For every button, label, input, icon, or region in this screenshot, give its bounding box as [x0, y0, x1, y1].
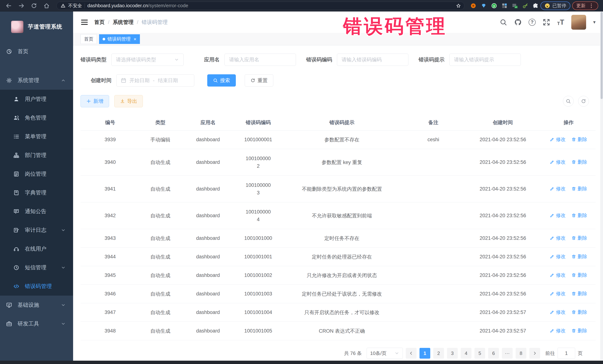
sidebar-item-1[interactable]: 系统管理 — [0, 71, 73, 90]
edit-link[interactable]: 修改 — [550, 235, 566, 241]
sidebar-item-12[interactable]: 错误码管理 — [0, 277, 73, 296]
delete-link[interactable]: 删除 — [571, 253, 587, 260]
sidebar-item-14[interactable]: 研发工具 — [0, 314, 73, 333]
search-icon[interactable] — [500, 19, 507, 26]
forward-icon[interactable] — [18, 3, 24, 9]
sidebar-item-5[interactable]: 部门管理 — [0, 146, 73, 165]
edit-link[interactable]: 修改 — [550, 272, 566, 278]
delete-link[interactable]: 删除 — [571, 290, 587, 297]
orange-extension-icon[interactable] — [470, 3, 476, 9]
page-button-6[interactable]: 6 — [488, 348, 499, 359]
puzzle-extensions-icon[interactable] — [533, 3, 539, 9]
column-header: 类型 — [140, 115, 181, 131]
table-row: 3948 自动生成 dashboard 1001001005 CRON 表达式不… — [81, 322, 596, 340]
cell-note: ceshi — [402, 131, 464, 149]
show-search-toggle-button[interactable] — [563, 96, 574, 107]
add-button[interactable]: 新增 — [81, 95, 109, 107]
error-type-select[interactable]: 请选择错误码类型 — [111, 54, 184, 66]
sidebar-item-label: 字典管理 — [25, 189, 46, 197]
delete-link[interactable]: 删除 — [571, 309, 587, 315]
y-logo-extension-icon[interactable]: y — [491, 3, 497, 9]
on-badge-extension-icon[interactable]: on — [512, 3, 518, 9]
page-button-5[interactable]: 5 — [475, 348, 485, 359]
sidebar-item-11[interactable]: 短信管理 — [0, 258, 73, 277]
delete-link[interactable]: 删除 — [571, 136, 587, 143]
edit-link[interactable]: 修改 — [550, 212, 566, 219]
app-name-label: 应用名 — [204, 56, 220, 63]
delete-link[interactable]: 删除 — [571, 212, 587, 219]
chevron-down-icon — [61, 303, 66, 308]
table-row: 3947 自动生成 dashboard 1001001004 只有开启状态的任务… — [81, 303, 596, 322]
close-tab-icon[interactable]: × — [134, 37, 136, 42]
page-button-2[interactable]: 2 — [433, 348, 444, 359]
sidebar-item-3[interactable]: 角色管理 — [0, 109, 73, 127]
update-button[interactable]: 更新 — [572, 1, 598, 10]
window-scrollbar[interactable] — [600, 11, 603, 361]
sidebar-item-4[interactable]: 菜单管理 — [0, 127, 73, 146]
error-msg-input[interactable] — [454, 57, 516, 63]
sidebar-item-9[interactable]: 审计日志 — [0, 221, 73, 240]
goto-page-input[interactable] — [560, 351, 572, 356]
prev-page-button[interactable] — [406, 348, 417, 359]
breadcrumb-item[interactable]: 首页 — [94, 19, 105, 26]
sidebar-item-7[interactable]: 字典管理 — [0, 183, 73, 202]
edit-link[interactable]: 修改 — [550, 253, 566, 260]
refresh-table-button[interactable] — [578, 96, 589, 107]
delete-link[interactable]: 删除 — [571, 159, 587, 165]
edit-link[interactable]: 修改 — [550, 186, 566, 192]
edit-link[interactable]: 修改 — [550, 309, 566, 315]
reset-button[interactable]: 重置 — [245, 74, 273, 87]
edit-link[interactable]: 修改 — [550, 328, 566, 334]
edit-link[interactable]: 修改 — [550, 136, 566, 143]
tab-1[interactable]: 错误码管理 × — [99, 34, 140, 44]
error-code-input[interactable] — [342, 57, 404, 63]
tab-0[interactable]: 首页 — [81, 34, 97, 44]
delete-link[interactable]: 删除 — [571, 235, 587, 241]
badge-icon — [13, 171, 19, 177]
cell-code: 1001001002 — [235, 266, 281, 285]
delete-link[interactable]: 删除 — [571, 328, 587, 334]
delete-link[interactable]: 删除 — [571, 272, 587, 278]
gem-extension-icon[interactable] — [481, 3, 487, 9]
key-extension-icon[interactable] — [522, 3, 528, 9]
page-button-3[interactable]: 3 — [447, 348, 458, 359]
home-icon[interactable] — [43, 3, 50, 9]
date-range-picker[interactable]: 开始日期 - 结束日期 — [116, 74, 194, 87]
sidebar-item-0[interactable]: 首页 — [0, 42, 73, 61]
topbar-actions: ?TT▾ — [500, 15, 596, 30]
caret-down-icon[interactable]: ▾ — [593, 19, 596, 25]
breadcrumb-item[interactable]: 系统管理 — [113, 19, 134, 26]
delete-link[interactable]: 删除 — [571, 186, 587, 192]
font-size-icon[interactable]: TT — [557, 19, 564, 26]
fullscreen-icon[interactable] — [543, 19, 550, 26]
user-avatar[interactable] — [571, 15, 586, 30]
edit-link[interactable]: 修改 — [550, 290, 566, 297]
sidebar-item-10[interactable]: 在线用户 — [0, 240, 73, 258]
reload-icon[interactable] — [31, 3, 37, 9]
back-icon[interactable] — [6, 3, 12, 9]
help-icon[interactable]: ? — [529, 19, 536, 26]
paused-profile-badge[interactable]: 已暂停 — [541, 1, 570, 10]
app-name-input[interactable] — [229, 57, 291, 63]
search-button[interactable]: 搜索 — [207, 74, 236, 87]
grid-extension-icon[interactable] — [501, 3, 508, 9]
edit-link[interactable]: 修改 — [550, 159, 566, 165]
scrollbar-thumb[interactable] — [601, 12, 603, 99]
page-size-select[interactable]: 10条/页 — [367, 348, 403, 359]
bookmark-star-icon[interactable] — [456, 3, 461, 8]
sidebar-item-13[interactable]: 基础设施 — [0, 296, 73, 314]
export-button[interactable]: 导出 — [114, 95, 143, 107]
hamburger-icon[interactable] — [81, 18, 88, 26]
page-button-1[interactable]: 1 — [419, 348, 430, 359]
github-icon[interactable] — [514, 19, 522, 26]
sidebar-item-2[interactable]: 用户管理 — [0, 90, 73, 109]
page-button-4[interactable]: 4 — [461, 348, 471, 359]
sidebar-item-8[interactable]: 通知公告 — [0, 202, 73, 221]
page-button-8[interactable]: 8 — [516, 348, 526, 359]
sidebar-item-6[interactable]: 岗位管理 — [0, 165, 73, 183]
more-menu-icon[interactable] — [589, 3, 594, 9]
next-page-button[interactable] — [529, 348, 540, 359]
address-bar[interactable]: 不安全 dashboard.yudao.iocoder.cn/system/er… — [56, 2, 464, 10]
page-button-···[interactable]: ··· — [502, 348, 513, 359]
menu-gap — [0, 61, 73, 71]
